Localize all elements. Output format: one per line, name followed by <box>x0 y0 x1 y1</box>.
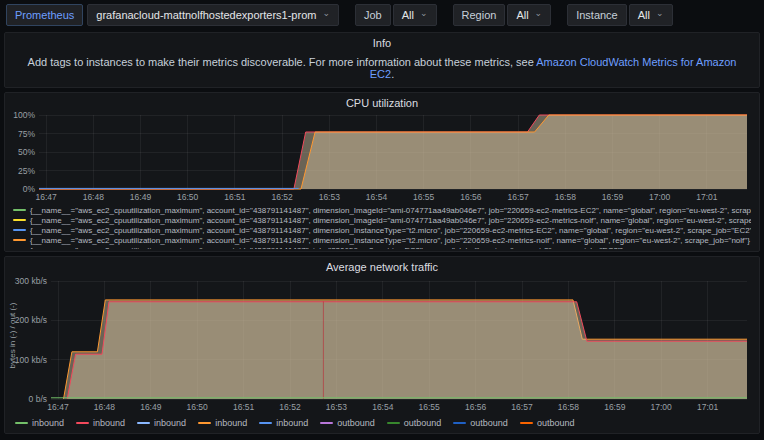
job-filter-value: All <box>402 9 414 21</box>
network-legend-item[interactable]: inbound <box>137 418 186 428</box>
svg-text:100%: 100% <box>13 111 35 120</box>
network-chart-area: bytes in (-) / out (-) 300 kb/s200 kb/s1… <box>5 275 759 413</box>
info-panel: Info Add tags to instances to make their… <box>4 32 760 88</box>
legend-label: outbound <box>404 418 442 428</box>
legend-label: inbound <box>215 418 247 428</box>
cpu-chart-area: 100%75%50%25%0%16:4716:4816:4916:5016:51… <box>5 111 759 203</box>
network-legend: inboundinboundinboundinboundinboundoutbo… <box>5 413 759 433</box>
legend-label: inbound <box>32 418 64 428</box>
svg-text:16:50: 16:50 <box>187 402 209 412</box>
svg-text:16:56: 16:56 <box>460 192 482 202</box>
legend-color-marker <box>13 219 26 221</box>
svg-text:16:55: 16:55 <box>413 192 435 202</box>
network-legend-item[interactable]: outbound <box>520 418 575 428</box>
svg-text:16:54: 16:54 <box>372 402 394 412</box>
cpu-legend-item[interactable]: {__name__="aws_ec2_cpuutilization_maximu… <box>13 205 751 215</box>
legend-color-marker <box>259 422 272 424</box>
legend-color-marker <box>15 422 28 424</box>
cpu-chart[interactable]: 100%75%50%25%0%16:4716:4816:4916:5016:51… <box>5 111 757 203</box>
legend-label: outbound <box>337 418 375 428</box>
legend-label: inbound <box>93 418 125 428</box>
network-traffic-panel: Average network traffic bytes in (-) / o… <box>4 256 760 434</box>
svg-text:17:00: 17:00 <box>651 402 673 412</box>
svg-text:16:58: 16:58 <box>555 192 577 202</box>
cpu-utilization-panel: CPU utilization 100%75%50%25%0%16:4716:4… <box>4 92 760 252</box>
cpu-legend: {__name__="aws_ec2_cpuutilization_maximu… <box>5 203 759 249</box>
svg-text:16:51: 16:51 <box>224 192 246 202</box>
region-filter-label: Region <box>453 4 506 26</box>
cpu-legend-item[interactable]: {__name__="aws_ec2_cpuutilization_maximu… <box>13 245 751 249</box>
legend-color-marker <box>76 422 89 424</box>
svg-text:50%: 50% <box>18 147 35 157</box>
legend-color-marker <box>198 422 211 424</box>
svg-text:17:01: 17:01 <box>697 402 719 412</box>
legend-color-marker <box>137 422 150 424</box>
svg-text:17:00: 17:00 <box>649 192 671 202</box>
legend-label: {__name__="aws_ec2_cpuutilization_maximu… <box>30 246 623 250</box>
svg-text:16:59: 16:59 <box>604 402 626 412</box>
network-legend-item[interactable]: inbound <box>15 418 64 428</box>
region-filter-value: All <box>516 9 528 21</box>
legend-color-marker <box>320 422 333 424</box>
network-legend-item[interactable]: inbound <box>259 418 308 428</box>
svg-text:300 kb/s: 300 kb/s <box>15 276 47 286</box>
network-panel-title[interactable]: Average network traffic <box>5 257 759 275</box>
svg-text:16:49: 16:49 <box>140 402 162 412</box>
legend-color-marker <box>13 229 26 231</box>
legend-label: outbound <box>537 418 575 428</box>
datasource-label: Prometheus <box>6 4 83 26</box>
legend-label: {__name__="aws_ec2_cpuutilization_maximu… <box>30 226 751 235</box>
instance-filter-select[interactable]: All ⌄ <box>629 4 673 26</box>
network-legend-item[interactable]: inbound <box>76 418 125 428</box>
svg-text:16:48: 16:48 <box>83 192 105 202</box>
svg-text:16:52: 16:52 <box>279 402 301 412</box>
legend-label: {__name__="aws_ec2_cpuutilization_maximu… <box>30 236 750 245</box>
svg-text:16:47: 16:47 <box>35 192 57 202</box>
svg-text:16:57: 16:57 <box>511 402 533 412</box>
info-text: Add tags to instances to make their metr… <box>28 56 537 68</box>
svg-text:16:53: 16:53 <box>326 402 348 412</box>
chevron-down-icon: ⌄ <box>420 9 428 18</box>
network-legend-item[interactable]: outbound <box>453 418 508 428</box>
legend-color-marker <box>13 239 26 241</box>
network-legend-item[interactable]: outbound <box>320 418 375 428</box>
legend-label: outbound <box>470 418 508 428</box>
svg-text:200 kb/s: 200 kb/s <box>15 315 47 325</box>
legend-color-marker <box>13 209 26 211</box>
datasource-picker[interactable]: grafanacloud-mattnolfhostedexporters1-pr… <box>87 4 339 26</box>
svg-text:16:58: 16:58 <box>558 402 580 412</box>
legend-color-marker <box>453 422 466 424</box>
chevron-down-icon: ⌄ <box>535 9 543 18</box>
job-filter-select[interactable]: All ⌄ <box>393 4 437 26</box>
region-filter-select[interactable]: All ⌄ <box>507 4 551 26</box>
svg-text:17:01: 17:01 <box>696 192 718 202</box>
svg-text:16:55: 16:55 <box>419 402 441 412</box>
network-chart[interactable]: 300 kb/s200 kb/s100 kb/s0 b/s16:4716:481… <box>5 275 757 413</box>
svg-text:16:57: 16:57 <box>507 192 529 202</box>
svg-text:16:54: 16:54 <box>366 192 388 202</box>
legend-color-marker <box>520 422 533 424</box>
legend-label: {__name__="aws_ec2_cpuutilization_maximu… <box>30 206 751 215</box>
svg-text:0 b/s: 0 b/s <box>29 394 47 404</box>
info-panel-title[interactable]: Info <box>5 33 759 51</box>
network-legend-item[interactable]: inbound <box>198 418 247 428</box>
svg-text:0%: 0% <box>23 184 36 194</box>
job-filter-label: Job <box>355 4 391 26</box>
cpu-legend-item[interactable]: {__name__="aws_ec2_cpuutilization_maximu… <box>13 225 751 235</box>
cpu-panel-title[interactable]: CPU utilization <box>5 93 759 111</box>
instance-filter-value: All <box>638 9 650 21</box>
chevron-down-icon: ⌄ <box>322 9 330 18</box>
cpu-legend-item[interactable]: {__name__="aws_ec2_cpuutilization_maximu… <box>13 235 751 245</box>
svg-text:100 kb/s: 100 kb/s <box>15 355 47 365</box>
svg-text:16:49: 16:49 <box>130 192 152 202</box>
info-panel-text: Add tags to instances to make their metr… <box>5 51 759 80</box>
legend-color-marker <box>387 422 400 424</box>
svg-text:16:47: 16:47 <box>47 402 69 412</box>
svg-text:16:56: 16:56 <box>465 402 487 412</box>
datasource-value: grafanacloud-mattnolfhostedexporters1-pr… <box>96 9 316 21</box>
cpu-legend-item[interactable]: {__name__="aws_ec2_cpuutilization_maximu… <box>13 215 751 225</box>
svg-text:16:52: 16:52 <box>271 192 293 202</box>
network-legend-item[interactable]: outbound <box>387 418 442 428</box>
svg-text:75%: 75% <box>18 129 35 139</box>
legend-label: inbound <box>154 418 186 428</box>
